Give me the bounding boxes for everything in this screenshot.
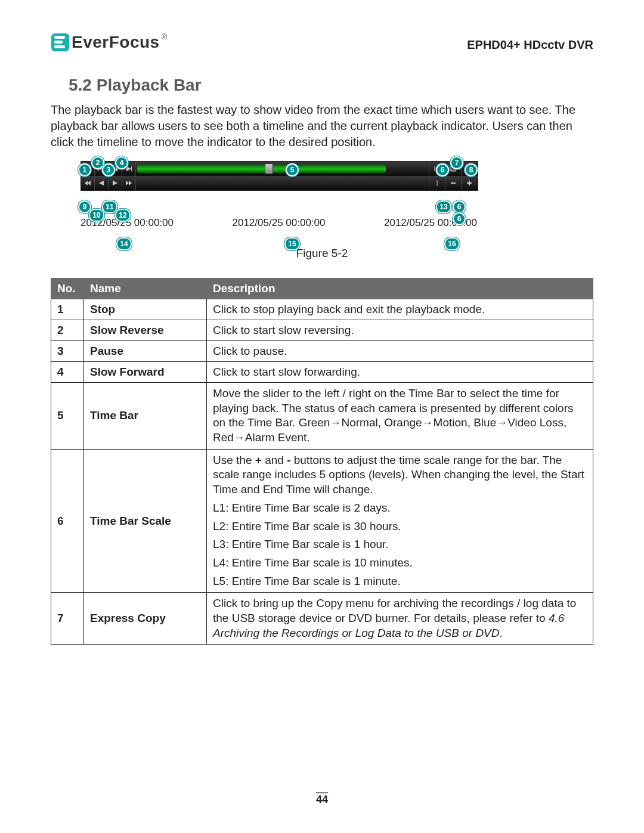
table-row: 5 Time Bar Move the slider to the left /…	[51, 383, 593, 450]
desc-line: L2: Entire Time Bar scale is 30 hours.	[213, 519, 587, 534]
callout-3: 3	[102, 163, 115, 176]
callout-15: 15	[284, 237, 300, 250]
table-row: 3 Pause Click to pause.	[51, 341, 593, 362]
cell-no: 1	[51, 299, 84, 320]
playback-bar: L5	[80, 161, 478, 191]
cell-desc: Click to start slow reversing.	[207, 320, 593, 341]
cell-desc: Click to stop playing back and exit the …	[207, 299, 593, 320]
callout-16: 16	[444, 237, 460, 250]
description-table: No. Name Description 1 Stop Click to sto…	[51, 278, 593, 645]
svg-marker-19	[126, 181, 129, 185]
callout-12: 12	[115, 209, 131, 222]
cell-name: Slow Forward	[84, 362, 207, 383]
callout-10: 10	[89, 209, 104, 222]
cell-name: Time Bar	[84, 383, 207, 450]
svg-rect-1	[54, 36, 65, 39]
cell-no: 5	[51, 383, 84, 450]
svg-marker-16	[88, 181, 91, 185]
svg-marker-9	[126, 166, 131, 171]
section-title: 5.2 Playback Bar	[69, 76, 593, 95]
page-number: 44	[316, 794, 328, 806]
table-row: 1 Stop Click to stop playing back and ex…	[51, 299, 593, 320]
callout-5: 5	[286, 163, 299, 176]
scale-minus-button[interactable]	[445, 176, 461, 190]
callout-6c: 6	[453, 212, 466, 225]
desc-lead: Click to bring up the Copy menu for arch…	[213, 597, 576, 624]
desc-line: Move the slider to the left / right on t…	[213, 387, 573, 444]
callout-6a: 6	[436, 163, 449, 176]
cell-desc: Click to start slow forwarding.	[207, 362, 593, 383]
callout-7: 7	[450, 156, 463, 169]
svg-rect-3	[54, 45, 65, 48]
cell-name: Pause	[84, 341, 207, 362]
cell-name: Express Copy	[84, 593, 207, 645]
cell-name: Time Bar Scale	[84, 449, 207, 593]
th-no: No.	[51, 278, 84, 299]
table-row: 7 Express Copy Click to bring up the Cop…	[51, 593, 593, 645]
footer-mark: __	[0, 781, 644, 794]
table-row: 4 Slow Forward Click to start slow forwa…	[51, 362, 593, 383]
svg-rect-2	[54, 41, 63, 44]
document-page: EverFocus ® EPHD04+ HDcctv DVR 5.2 Playb…	[0, 0, 644, 833]
callout-4: 4	[115, 156, 128, 169]
callout-13: 13	[436, 200, 451, 213]
table-row: 6 Time Bar Scale Use the + and - buttons…	[51, 449, 593, 593]
desc-line: L4: Entire Time Bar scale is 10 minutes.	[213, 556, 587, 571]
cell-no: 3	[51, 341, 84, 362]
brand-logo: EverFocus ®	[51, 33, 167, 52]
desc-tail: .	[500, 627, 503, 639]
svg-marker-20	[129, 181, 132, 185]
cell-desc: Click to bring up the Copy menu for arch…	[207, 593, 593, 645]
registered-mark: ®	[162, 32, 168, 41]
scale-plus-button[interactable]	[461, 176, 477, 190]
cell-name: Slow Reverse	[84, 320, 207, 341]
cell-no: 4	[51, 362, 84, 383]
callout-1: 1	[78, 163, 91, 176]
th-desc: Description	[207, 278, 593, 299]
svg-marker-17	[99, 181, 104, 185]
svg-marker-18	[113, 181, 117, 185]
playback-bar-figure: 1 2 3 4 5 6 7 8	[80, 161, 534, 229]
svg-rect-10	[131, 166, 132, 171]
timestamp-mid: 2012/05/25 00:00:00	[233, 217, 326, 229]
brand-ever: Ever	[72, 33, 109, 51]
cell-desc: Move the slider to the left / right on t…	[207, 383, 593, 450]
callout-14: 14	[116, 237, 132, 250]
product-title: EPHD04+ HDcctv DVR	[467, 38, 593, 52]
table-header-row: No. Name Description	[51, 278, 593, 299]
svg-marker-15	[85, 181, 88, 185]
brand-text: EverFocus	[72, 33, 160, 52]
desc-line: L5: Entire Time Bar scale is 1 minute.	[213, 574, 587, 589]
fast-reverse-button[interactable]	[81, 176, 95, 190]
figure-caption: Figure 5-2	[51, 247, 593, 260]
time-bar-slider[interactable]	[265, 163, 273, 174]
figure-timestamps: 2012/05/25 00:00:00 2012/05/25 00:00:00 …	[80, 217, 477, 229]
cell-desc: Click to pause.	[207, 341, 593, 362]
table-row: 2 Slow Reverse Click to start slow rever…	[51, 320, 593, 341]
desc-line: L1: Entire Time Bar scale is 2 days.	[213, 501, 587, 516]
play-button[interactable]	[109, 176, 122, 190]
time-bar[interactable]	[137, 163, 428, 175]
cell-desc: Use the + and - buttons to adjust the ti…	[207, 449, 593, 593]
th-name: Name	[84, 278, 207, 299]
cell-no: 6	[51, 449, 84, 593]
scale-number-label: 1	[429, 176, 445, 190]
section-paragraph: The playback bar is the fastest way to s…	[51, 102, 593, 150]
page-footer: __ 44	[0, 781, 644, 806]
everfocus-icon	[51, 33, 70, 52]
desc-line: L3: Entire Time Bar scale is 1 hour.	[213, 537, 587, 552]
reverse-play-button[interactable]	[95, 176, 109, 190]
cell-no: 2	[51, 320, 84, 341]
fast-forward-button[interactable]	[122, 176, 136, 190]
page-header: EverFocus ® EPHD04+ HDcctv DVR	[51, 33, 593, 52]
cell-no: 7	[51, 593, 84, 645]
callout-6b: 6	[453, 200, 466, 213]
cell-name: Stop	[84, 299, 207, 320]
brand-focus: Focus	[109, 33, 160, 51]
callout-8: 8	[465, 163, 478, 176]
